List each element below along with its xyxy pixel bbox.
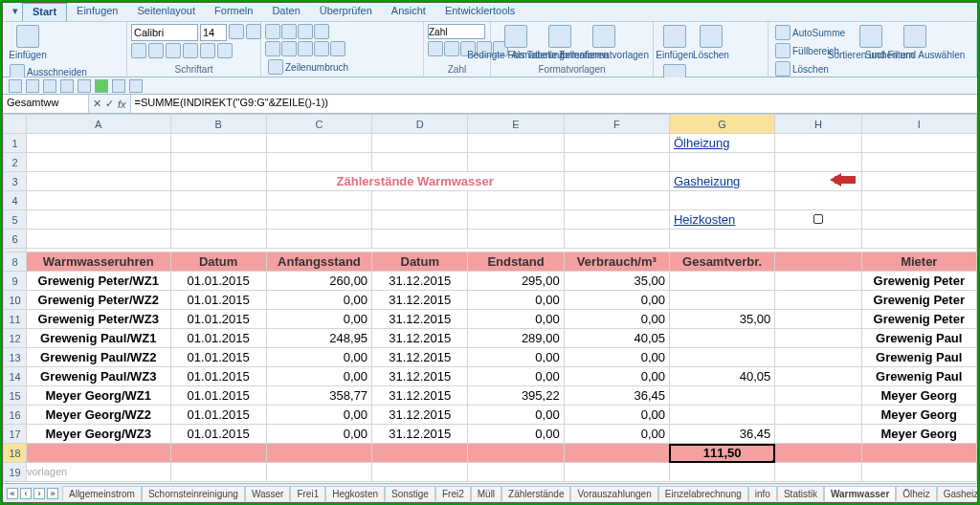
header-cell[interactable]: Anfangsstand (266, 252, 371, 272)
sheet-nav-first-icon[interactable]: « (7, 488, 18, 499)
cell[interactable]: 01.01.2015 (170, 367, 266, 386)
cell[interactable]: 31.12.2015 (372, 367, 468, 386)
cell[interactable]: Meyer Georg/WZ2 (27, 406, 170, 425)
delete-cells-button[interactable]: Löschen (694, 24, 728, 61)
row-header[interactable]: 2 (4, 153, 27, 172)
cell[interactable]: 01.01.2015 (170, 348, 266, 367)
cell[interactable]: 0,00 (564, 348, 669, 367)
cell[interactable]: Grewenig Paul/WZ2 (27, 348, 170, 367)
cell[interactable] (669, 406, 774, 425)
paste-button[interactable]: Einfügen (7, 24, 49, 61)
sheet-tab[interactable]: Wasser (245, 486, 291, 501)
cell[interactable]: Meyer Georg (861, 386, 976, 406)
cell[interactable]: 31.12.2015 (372, 406, 468, 425)
align-left-icon[interactable] (265, 41, 280, 56)
link-heiz[interactable]: Heizkosten (674, 212, 735, 227)
header-cell[interactable]: Endstand (468, 252, 564, 272)
col-header[interactable]: D (372, 115, 468, 134)
tab-insert[interactable]: Einfugen (67, 3, 127, 21)
row-header[interactable]: 6 (4, 230, 27, 249)
col-header[interactable]: E (468, 115, 564, 134)
cell[interactable] (669, 386, 774, 406)
cell[interactable]: 0,00 (564, 406, 669, 425)
cell[interactable]: 0,00 (564, 425, 669, 444)
sheet-tab[interactable]: Vorauszahlungen (570, 486, 657, 501)
header-cell[interactable]: Datum (170, 252, 266, 272)
cell[interactable]: 0,00 (266, 291, 371, 310)
cell[interactable]: 36,45 (564, 386, 669, 406)
col-header[interactable]: A (27, 115, 170, 134)
bold-icon[interactable] (131, 43, 146, 58)
cell[interactable]: 40,05 (564, 329, 669, 348)
header-cell[interactable]: Mieter (861, 252, 976, 272)
font-color-icon[interactable] (217, 43, 233, 58)
row-header[interactable]: 16 (4, 406, 27, 425)
row-header[interactable]: 9 (4, 272, 27, 291)
italic-icon[interactable] (148, 43, 164, 58)
sheet-tab[interactable]: Gasheiz (937, 486, 977, 501)
cell[interactable]: 31.12.2015 (372, 348, 468, 367)
cell[interactable]: Grewenig Paul (861, 329, 976, 348)
cell[interactable]: 0,00 (468, 310, 564, 329)
currency-icon[interactable] (428, 41, 443, 56)
cell[interactable]: 31.12.2015 (372, 425, 468, 444)
qat-print-icon[interactable] (60, 79, 74, 93)
align-middle-icon[interactable] (281, 24, 297, 39)
row-header[interactable]: 18 (4, 444, 27, 463)
cell[interactable] (775, 272, 861, 291)
cell[interactable]: 01.01.2015 (170, 291, 266, 310)
underline-icon[interactable] (166, 43, 181, 58)
indent-dec-icon[interactable] (314, 41, 329, 56)
col-header[interactable]: H (775, 115, 861, 134)
tab-review[interactable]: Überprüfen (310, 3, 382, 21)
cell[interactable]: 0,00 (564, 367, 669, 386)
row-header[interactable]: 11 (4, 310, 27, 329)
spreadsheet-grid[interactable]: A B C D E F G H I 1Ölheizung 2 3Zählerst… (3, 114, 977, 483)
col-header[interactable]: I (861, 115, 976, 134)
cell[interactable]: 01.01.2015 (170, 386, 266, 406)
cell[interactable]: 0,00 (564, 291, 669, 310)
find-select-button[interactable]: Suchen und Auswählen (894, 24, 936, 61)
fx-icon[interactable]: fx (118, 99, 126, 110)
qat-run-icon[interactable] (95, 79, 108, 93)
sheet-tab[interactable]: Schornsteinreinigung (142, 486, 245, 501)
clear-button[interactable]: Löschen (772, 60, 848, 77)
qat-undo-icon[interactable] (26, 79, 39, 93)
cell[interactable]: 31.12.2015 (372, 291, 468, 310)
align-center-icon[interactable] (281, 41, 297, 56)
autosum-button[interactable]: AutoSumme (772, 24, 848, 41)
file-dropdown[interactable]: ▾ (3, 3, 22, 21)
grow-font-icon[interactable] (229, 24, 244, 39)
cell[interactable]: Grewenig Peter/WZ3 (27, 310, 170, 329)
col-header[interactable]: B (170, 115, 266, 134)
sheet-tab[interactable]: Allgemeinstrom (62, 486, 142, 501)
align-top-icon[interactable] (265, 24, 280, 39)
qat-preview-icon[interactable] (78, 79, 91, 93)
cell[interactable]: Grewenig Peter (861, 310, 976, 329)
qat-redo-icon[interactable] (43, 79, 56, 93)
font-size-select[interactable] (200, 24, 227, 41)
cell[interactable] (775, 329, 861, 348)
col-header[interactable]: C (266, 115, 371, 134)
cell[interactable]: Grewenig Paul/WZ3 (27, 367, 170, 386)
cell[interactable]: 358,77 (266, 386, 371, 406)
cell[interactable]: Grewenig Paul (861, 367, 976, 386)
cell[interactable]: 0,00 (468, 291, 564, 310)
row-header[interactable]: 1 (4, 134, 27, 153)
cell[interactable]: 01.01.2015 (170, 425, 266, 444)
cell[interactable]: 35,00 (564, 272, 669, 291)
cell[interactable]: 31.12.2015 (372, 329, 468, 348)
tab-developer[interactable]: Entwicklertools (435, 3, 524, 21)
cell[interactable] (775, 425, 861, 444)
cell[interactable]: 0,00 (564, 310, 669, 329)
tab-start[interactable]: Start (22, 3, 67, 21)
cell[interactable]: Meyer Georg/WZ1 (27, 386, 170, 406)
sheet-nav-next-icon[interactable]: › (33, 488, 45, 499)
cell[interactable]: 0,00 (468, 425, 564, 444)
formula-input[interactable]: =SUMME(INDIREKT("G9:G"&ZEILE()-1)) (130, 95, 977, 113)
cell[interactable]: Grewenig Peter/WZ1 (27, 272, 170, 291)
col-header[interactable]: G (669, 115, 774, 134)
cell[interactable]: 395,22 (468, 386, 564, 406)
cell[interactable]: 01.01.2015 (170, 310, 266, 329)
select-all-button[interactable] (4, 115, 27, 134)
